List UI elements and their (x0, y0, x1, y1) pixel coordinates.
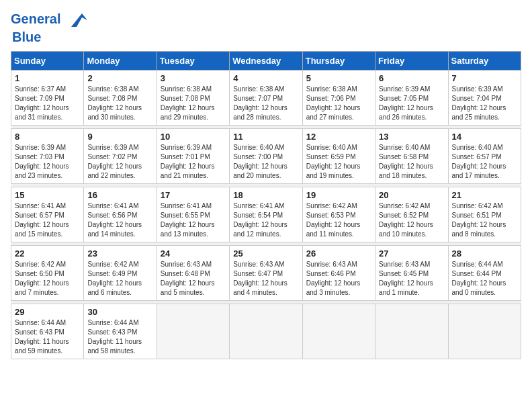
day-number: 6 (379, 73, 444, 83)
day-number: 5 (306, 73, 371, 83)
calendar-cell: 21 Sunrise: 6:42 AMSunset: 6:51 PMDaylig… (448, 187, 521, 242)
day-number: 14 (452, 132, 517, 142)
day-number: 11 (233, 132, 298, 142)
day-info: Sunrise: 6:43 AMSunset: 6:48 PMDaylight:… (161, 260, 226, 298)
day-number: 26 (306, 248, 371, 259)
calendar-cell: 30 Sunrise: 6:44 AMSunset: 6:43 PMDaylig… (84, 304, 157, 359)
day-number: 9 (87, 132, 152, 142)
day-number: 12 (306, 132, 371, 142)
calendar-cell: 22 Sunrise: 6:42 AMSunset: 6:50 PMDaylig… (11, 246, 84, 301)
day-number: 15 (15, 190, 80, 200)
day-info: Sunrise: 6:44 AMSunset: 6:44 PMDaylight:… (452, 260, 517, 298)
calendar-cell: 5 Sunrise: 6:38 AMSunset: 7:06 PMDayligh… (302, 71, 375, 126)
calendar-week-2: 8 Sunrise: 6:39 AMSunset: 7:03 PMDayligh… (11, 129, 521, 184)
day-number: 29 (15, 307, 80, 317)
day-info: Sunrise: 6:42 AMSunset: 6:52 PMDaylight:… (379, 201, 444, 239)
calendar-cell: 26 Sunrise: 6:43 AMSunset: 6:46 PMDaylig… (302, 246, 375, 301)
day-number: 30 (87, 307, 152, 317)
day-info: Sunrise: 6:40 AMSunset: 7:00 PMDaylight:… (233, 143, 298, 181)
day-number: 7 (452, 73, 517, 83)
calendar-cell: 3 Sunrise: 6:38 AMSunset: 7:08 PMDayligh… (157, 71, 229, 126)
calendar-cell: 16 Sunrise: 6:41 AMSunset: 6:56 PMDaylig… (84, 187, 157, 242)
calendar-cell: 23 Sunrise: 6:42 AMSunset: 6:49 PMDaylig… (84, 246, 157, 301)
calendar-cell: 28 Sunrise: 6:44 AMSunset: 6:44 PMDaylig… (448, 246, 521, 301)
calendar-cell: 25 Sunrise: 6:43 AMSunset: 6:47 PMDaylig… (230, 246, 302, 301)
calendar-cell (302, 304, 375, 359)
calendar-cell: 8 Sunrise: 6:39 AMSunset: 7:03 PMDayligh… (11, 129, 84, 184)
day-info: Sunrise: 6:40 AMSunset: 6:58 PMDaylight:… (379, 143, 444, 181)
calendar-cell: 24 Sunrise: 6:43 AMSunset: 6:48 PMDaylig… (157, 246, 229, 301)
day-number: 23 (87, 248, 152, 259)
calendar-cell: 4 Sunrise: 6:38 AMSunset: 7:07 PMDayligh… (230, 71, 302, 126)
day-info: Sunrise: 6:43 AMSunset: 6:45 PMDaylight:… (379, 260, 444, 298)
day-number: 1 (15, 73, 80, 83)
calendar-week-1: 1 Sunrise: 6:37 AMSunset: 7:09 PMDayligh… (11, 71, 521, 126)
day-info: Sunrise: 6:38 AMSunset: 7:07 PMDaylight:… (233, 85, 298, 122)
calendar-week-3: 15 Sunrise: 6:41 AMSunset: 6:57 PMDaylig… (11, 187, 521, 242)
day-info: Sunrise: 6:39 AMSunset: 7:02 PMDaylight:… (87, 143, 152, 181)
weekday-header-friday: Friday (375, 52, 448, 71)
day-number: 27 (379, 248, 444, 259)
day-number: 21 (452, 190, 517, 200)
calendar-cell: 20 Sunrise: 6:42 AMSunset: 6:52 PMDaylig… (375, 187, 448, 242)
calendar-cell (157, 304, 229, 359)
day-number: 19 (306, 190, 371, 200)
day-number: 13 (379, 132, 444, 142)
day-info: Sunrise: 6:42 AMSunset: 6:51 PMDaylight:… (452, 201, 517, 239)
day-info: Sunrise: 6:42 AMSunset: 6:53 PMDaylight:… (306, 201, 371, 239)
calendar-week-4: 22 Sunrise: 6:42 AMSunset: 6:50 PMDaylig… (11, 246, 521, 301)
day-info: Sunrise: 6:41 AMSunset: 6:56 PMDaylight:… (87, 201, 152, 239)
day-info: Sunrise: 6:41 AMSunset: 6:55 PMDaylight:… (161, 201, 226, 239)
day-info: Sunrise: 6:38 AMSunset: 7:08 PMDaylight:… (161, 85, 226, 122)
day-number: 10 (161, 132, 226, 142)
calendar-cell: 10 Sunrise: 6:39 AMSunset: 7:01 PMDaylig… (157, 129, 229, 184)
calendar-cell: 29 Sunrise: 6:44 AMSunset: 6:43 PMDaylig… (11, 304, 84, 359)
day-number: 3 (161, 73, 226, 83)
logo: General Blue (11, 11, 87, 44)
day-info: Sunrise: 6:40 AMSunset: 6:57 PMDaylight:… (452, 143, 517, 181)
weekday-header-thursday: Thursday (302, 52, 375, 71)
day-number: 24 (161, 248, 226, 259)
calendar-table: SundayMondayTuesdayWednesdayThursdayFrid… (11, 51, 521, 359)
day-number: 25 (233, 248, 298, 259)
calendar-cell (230, 304, 302, 359)
weekday-header-tuesday: Tuesday (157, 52, 229, 71)
day-number: 16 (87, 190, 152, 200)
day-number: 17 (161, 190, 226, 200)
calendar-cell: 12 Sunrise: 6:40 AMSunset: 6:59 PMDaylig… (302, 129, 375, 184)
calendar-cell (448, 304, 521, 359)
day-number: 8 (15, 132, 80, 142)
day-number: 2 (87, 73, 152, 83)
day-info: Sunrise: 6:38 AMSunset: 7:06 PMDaylight:… (306, 85, 371, 122)
day-info: Sunrise: 6:44 AMSunset: 6:43 PMDaylight:… (87, 318, 152, 356)
calendar-cell: 14 Sunrise: 6:40 AMSunset: 6:57 PMDaylig… (448, 129, 521, 184)
calendar-cell: 15 Sunrise: 6:41 AMSunset: 6:57 PMDaylig… (11, 187, 84, 242)
page-header: General Blue (11, 11, 521, 44)
day-number: 18 (233, 190, 298, 200)
day-info: Sunrise: 6:42 AMSunset: 6:50 PMDaylight:… (15, 260, 80, 298)
day-info: Sunrise: 6:44 AMSunset: 6:43 PMDaylight:… (15, 318, 80, 356)
weekday-header-sunday: Sunday (11, 52, 84, 71)
calendar-cell: 2 Sunrise: 6:38 AMSunset: 7:08 PMDayligh… (84, 71, 157, 126)
calendar-cell: 27 Sunrise: 6:43 AMSunset: 6:45 PMDaylig… (375, 246, 448, 301)
svg-marker-0 (71, 13, 87, 27)
weekday-header-monday: Monday (84, 52, 157, 71)
day-info: Sunrise: 6:38 AMSunset: 7:08 PMDaylight:… (87, 85, 152, 122)
day-info: Sunrise: 6:39 AMSunset: 7:01 PMDaylight:… (161, 143, 226, 181)
calendar-cell: 18 Sunrise: 6:41 AMSunset: 6:54 PMDaylig… (230, 187, 302, 242)
calendar-cell: 9 Sunrise: 6:39 AMSunset: 7:02 PMDayligh… (84, 129, 157, 184)
calendar-cell: 19 Sunrise: 6:42 AMSunset: 6:53 PMDaylig… (302, 187, 375, 242)
day-number: 4 (233, 73, 298, 83)
calendar-cell: 1 Sunrise: 6:37 AMSunset: 7:09 PMDayligh… (11, 71, 84, 126)
day-info: Sunrise: 6:37 AMSunset: 7:09 PMDaylight:… (15, 85, 80, 122)
day-info: Sunrise: 6:40 AMSunset: 6:59 PMDaylight:… (306, 143, 371, 181)
day-number: 28 (452, 248, 517, 259)
calendar-cell: 11 Sunrise: 6:40 AMSunset: 7:00 PMDaylig… (230, 129, 302, 184)
calendar-cell: 13 Sunrise: 6:40 AMSunset: 6:58 PMDaylig… (375, 129, 448, 184)
day-info: Sunrise: 6:43 AMSunset: 6:47 PMDaylight:… (233, 260, 298, 298)
calendar-cell: 6 Sunrise: 6:39 AMSunset: 7:05 PMDayligh… (375, 71, 448, 126)
day-info: Sunrise: 6:42 AMSunset: 6:49 PMDaylight:… (87, 260, 152, 298)
day-number: 20 (379, 190, 444, 200)
calendar-cell: 7 Sunrise: 6:39 AMSunset: 7:04 PMDayligh… (448, 71, 521, 126)
weekday-header-wednesday: Wednesday (230, 52, 302, 71)
